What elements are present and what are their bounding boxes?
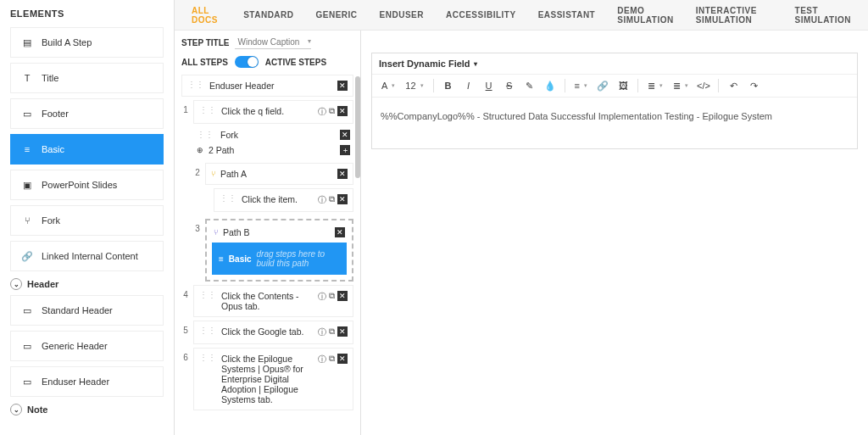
tab-accessibility[interactable]: ACCESSIBILITY — [446, 10, 516, 20]
delete-icon[interactable]: ✕ — [337, 354, 348, 364]
step-title-select[interactable]: Window Caption — [235, 36, 312, 49]
element-fork[interactable]: ⑂ Fork — [10, 205, 164, 236]
path-count: 2 Path — [209, 145, 335, 155]
tab-test-sim[interactable]: TEST SIMULATION — [795, 6, 851, 25]
highlight-button[interactable]: ✎ — [522, 78, 537, 93]
grip-icon[interactable]: ⋮⋮ — [220, 194, 236, 203]
tab-eassistant[interactable]: EASSISTANT — [538, 10, 596, 20]
step-1[interactable]: ⋮⋮ Click the q field. ⓘ ⧉ ✕ — [193, 100, 353, 124]
element-standard-header[interactable]: ▭ Standard Header — [10, 295, 164, 326]
info-icon[interactable]: ⓘ — [318, 106, 326, 118]
tab-interactive-sim[interactable]: INTERACTIVE SIMULATION — [696, 6, 773, 25]
copy-icon[interactable]: ⧉ — [329, 354, 335, 365]
tab-all-docs[interactable]: ALL DOCS — [192, 6, 221, 25]
tab-standard[interactable]: STANDARD — [243, 10, 293, 20]
grip-icon[interactable]: ⋮⋮ — [199, 326, 216, 335]
tab-generic[interactable]: GENERIC — [316, 10, 358, 20]
undo-button[interactable]: ↶ — [726, 78, 741, 93]
element-basic[interactable]: ≡ Basic — [10, 134, 164, 165]
fork-path-icon: ⑂ — [214, 228, 218, 237]
delete-icon[interactable]: ✕ — [337, 81, 348, 91]
tab-enduser[interactable]: ENDUSER — [380, 10, 424, 20]
copy-icon[interactable]: ⧉ — [329, 194, 335, 206]
add-path-icon[interactable]: ＋ — [340, 145, 350, 155]
info-icon[interactable]: ⓘ — [318, 194, 326, 206]
link-button[interactable]: 🔗 — [595, 78, 610, 93]
delete-icon[interactable]: ✕ — [340, 130, 350, 140]
tab-demo-sim[interactable]: DEMO SIMULATION — [617, 6, 673, 25]
delete-icon[interactable]: ✕ — [337, 291, 348, 301]
element-label: PowerPoint Slides — [42, 180, 117, 190]
path-label: Path A — [220, 169, 332, 179]
info-icon[interactable]: ⓘ — [318, 291, 326, 303]
editor-content[interactable]: %%CompanyLogo%% - Structured Data Succes… — [372, 98, 857, 148]
list-ol-select[interactable]: ≣ — [670, 78, 691, 93]
copy-icon[interactable]: ⧉ — [329, 326, 335, 338]
bold-button[interactable]: B — [441, 78, 456, 93]
stairs-icon: ▤ — [21, 36, 33, 48]
drop-hint: drag steps here to build this path — [257, 249, 340, 268]
step-5[interactable]: ⋮⋮ Click the Google tab. ⓘ ⧉ ✕ — [193, 321, 353, 344]
delete-icon[interactable]: ✕ — [337, 169, 348, 179]
step-number: 2 — [193, 163, 202, 177]
code-button[interactable]: </> — [696, 78, 711, 93]
delete-icon[interactable]: ✕ — [335, 227, 345, 237]
element-footer[interactable]: ▭ Footer — [10, 98, 164, 129]
separator — [637, 79, 638, 92]
steps-toggle[interactable] — [235, 56, 259, 68]
copy-icon[interactable]: ⧉ — [329, 291, 335, 303]
element-enduser-header[interactable]: ▭ Enduser Header — [10, 366, 164, 397]
scrollbar-thumb[interactable] — [355, 76, 360, 178]
element-label: Generic Header — [42, 341, 108, 351]
element-powerpoint[interactable]: ▣ PowerPoint Slides — [10, 170, 164, 200]
element-build-a-step[interactable]: ▤ Build A Step — [10, 27, 164, 58]
expand-icon[interactable]: ⊕ — [197, 146, 203, 154]
info-icon[interactable]: ⓘ — [318, 354, 326, 365]
list-ul-select[interactable]: ≣ — [645, 78, 665, 93]
path-a-step[interactable]: ⋮⋮ Click the item. ⓘ ⧉ ✕ — [214, 188, 353, 212]
redo-button[interactable]: ↷ — [746, 78, 761, 93]
path-b-drop-zone[interactable]: ⑂ Path B ✕ ≡ Basic drag steps here to bu… — [205, 219, 353, 282]
element-title[interactable]: T Title — [10, 63, 164, 93]
path-b-header[interactable]: ⑂ Path B ✕ — [212, 226, 347, 243]
delete-icon[interactable]: ✕ — [337, 326, 348, 337]
path-a-header[interactable]: ⑂ Path A ✕ — [205, 163, 353, 185]
font-family-select[interactable]: A — [379, 78, 398, 93]
grip-icon[interactable]: ⋮⋮ — [197, 131, 214, 139]
step-number: 1 — [181, 100, 190, 114]
grip-icon[interactable]: ⋮⋮ — [199, 106, 216, 114]
editor-panel: Insert Dynamic Field A 12 B I U S ✎ 💧 ≡ … — [361, 0, 868, 435]
step-text: Enduser Header — [209, 81, 332, 91]
section-note-toggle[interactable]: ⌄ Note — [10, 404, 164, 415]
strike-button[interactable]: S — [502, 78, 517, 93]
copy-icon[interactable]: ⧉ — [329, 106, 335, 118]
step-number: 5 — [181, 321, 190, 335]
grip-icon[interactable]: ⋮⋮ — [199, 291, 216, 299]
font-size-select[interactable]: 12 — [403, 78, 426, 93]
element-label: Title — [42, 73, 58, 83]
color-button[interactable]: 💧 — [542, 78, 558, 93]
insert-dynamic-field-dropdown[interactable]: Insert Dynamic Field — [372, 53, 857, 75]
grip-icon[interactable]: ⋮⋮ — [199, 354, 216, 362]
step-header[interactable]: ⋮⋮ Enduser Header ✕ — [181, 75, 353, 97]
step-6[interactable]: ⋮⋮ Click the Epilogue Systems | Opus® fo… — [193, 348, 353, 410]
element-generic-header[interactable]: ▭ Generic Header — [10, 331, 164, 361]
underline-button[interactable]: U — [481, 78, 497, 93]
fork-path-icon: ⑂ — [211, 170, 215, 178]
align-select[interactable]: ≡ — [572, 78, 590, 93]
grip-icon[interactable]: ⋮⋮ — [187, 81, 204, 89]
section-header-toggle[interactable]: ⌄ Header — [10, 278, 164, 290]
info-icon[interactable]: ⓘ — [318, 326, 326, 338]
element-label: Footer — [42, 109, 69, 119]
italic-button[interactable]: I — [461, 78, 476, 93]
delete-icon[interactable]: ✕ — [337, 194, 348, 204]
delete-icon[interactable]: ✕ — [337, 106, 348, 116]
image-button[interactable]: 🖼 — [615, 78, 631, 93]
step-text: Click the q field. — [221, 106, 313, 116]
step-4[interactable]: ⋮⋮ Click the Contents - Opus tab. ⓘ ⧉ ✕ — [193, 285, 353, 317]
step-text: Click the Google tab. — [221, 326, 313, 337]
section-note-label: Note — [27, 404, 47, 415]
path-label: Path B — [223, 227, 330, 237]
element-linked-content[interactable]: 🔗 Linked Internal Content — [10, 241, 164, 271]
step-number: 4 — [181, 285, 190, 299]
